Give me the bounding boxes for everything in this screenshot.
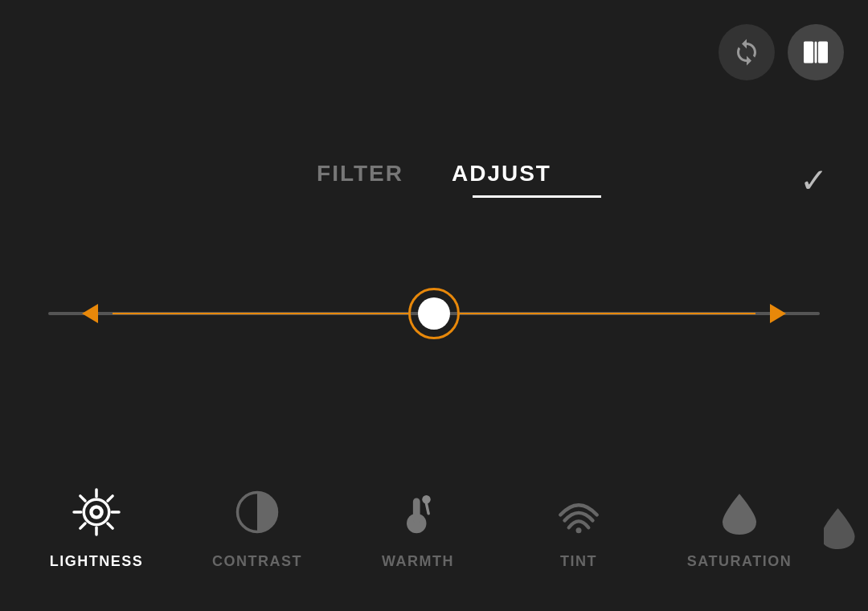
svg-point-19 [576,527,582,533]
tab-filter[interactable]: FILTER [317,161,403,187]
more-icon [824,498,868,555]
reset-button[interactable] [719,24,775,80]
svg-point-13 [93,508,100,515]
tint-label: TINT [560,553,597,570]
svg-line-10 [108,495,113,500]
saturation-label: SATURATION [687,553,792,570]
tab-underline [473,195,601,198]
svg-rect-0 [804,42,813,64]
compare-button[interactable] [788,24,844,80]
svg-line-18 [427,503,429,513]
arrow-line-left [113,313,408,314]
arrow-right-head [770,304,786,323]
tool-tint[interactable]: TINT [498,484,659,570]
slider-thumb-ring [408,288,460,339]
contrast-icon [229,484,285,540]
warmth-icon [390,484,446,540]
bottom-toolbar: LIGHTNESS CONTRAST WARMTH [0,442,868,611]
tool-warmth[interactable]: WARMTH [338,484,498,570]
slider-track-wrapper [48,289,820,338]
svg-line-8 [80,495,85,500]
slider-thumb[interactable] [408,288,460,339]
tool-contrast[interactable]: CONTRAST [177,484,338,570]
arrow-line-right [460,313,755,314]
top-controls [719,24,844,80]
slider-section [0,289,868,338]
svg-rect-2 [815,42,817,64]
slider-thumb-inner [418,297,450,330]
warmth-label: WARMTH [382,553,454,570]
lightness-icon [68,484,125,540]
tab-adjust[interactable]: ADJUST [452,161,551,187]
tool-more[interactable] [820,498,868,555]
lightness-label: LIGHTNESS [50,553,144,570]
tabs-row: FILTER ADJUST [317,161,551,187]
saturation-icon [711,484,768,540]
tint-icon [551,484,607,540]
tool-lightness[interactable]: LIGHTNESS [16,484,177,570]
tabs-section: FILTER ADJUST [0,161,868,187]
tool-saturation[interactable]: SATURATION [659,484,820,570]
svg-line-11 [80,523,85,528]
svg-line-9 [108,523,113,528]
svg-rect-16 [413,498,420,523]
contrast-label: CONTRAST [212,553,302,570]
svg-rect-1 [818,42,828,64]
arrow-left-head [82,304,98,323]
